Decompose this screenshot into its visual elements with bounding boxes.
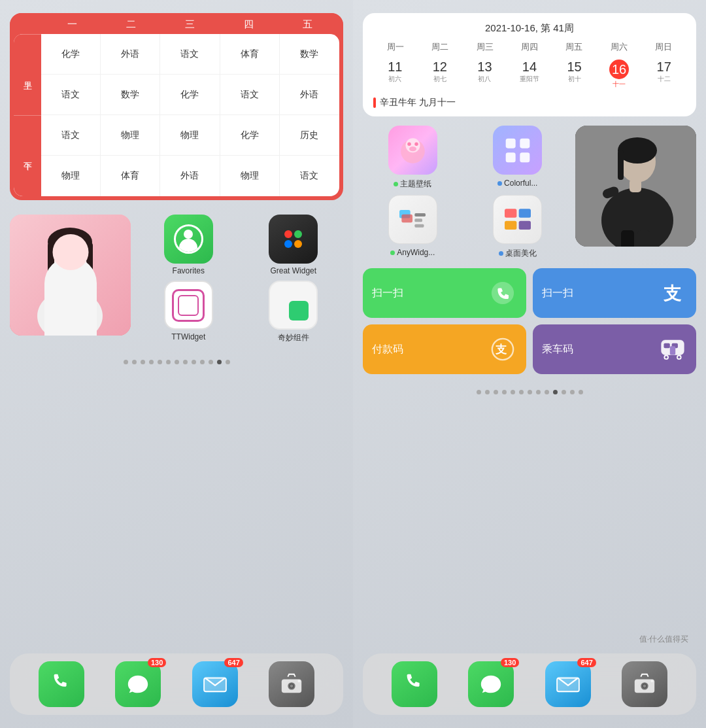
svg-rect-27 (415, 218, 423, 222)
r-dock-mail[interactable]: 647 (545, 661, 591, 707)
anywidg-label-row: AnyWidg... (390, 248, 435, 257)
cell-0-3: 体育 (220, 34, 280, 74)
camera-svg-icon (279, 672, 304, 697)
svg-rect-23 (520, 152, 530, 162)
schedule-body: 早上 下午 化学 外语 语文 体育 数学 语文 数学 化学 语 (14, 34, 339, 196)
messages-icon (115, 661, 161, 707)
r-dock-phone[interactable] (392, 661, 437, 707)
bus-code-label: 乘车码 (542, 343, 573, 356)
left-page-dots (10, 360, 343, 364)
r-camera-svg-icon (632, 672, 657, 697)
r-dot-3 (494, 390, 498, 394)
app-anywidget[interactable]: AnyWidg... (363, 195, 463, 259)
apps-section: Favorites Great Widget (10, 215, 343, 343)
app-colorful[interactable]: Colorful... (468, 126, 568, 190)
svg-rect-20 (505, 138, 515, 148)
lunar-date: 辛丑牛年 九月十一 (373, 97, 686, 109)
svg-rect-37 (618, 150, 624, 180)
dot-6 (166, 360, 171, 364)
weekday-5: 周六 (596, 41, 641, 53)
action-pay-code[interactable]: 付款码 支 (363, 324, 526, 374)
anywidg-dot (390, 251, 395, 255)
svg-text:支: 支 (663, 284, 682, 303)
dot-13 (226, 360, 230, 364)
cell-3-2: 外语 (160, 156, 220, 196)
photo-widget-left[interactable] (10, 215, 131, 336)
colorful-label-row: Colorful... (497, 179, 537, 188)
r-phone-svg-icon (402, 672, 427, 697)
schedule-row-3: 物理 体育 外语 物理 语文 (41, 156, 339, 196)
photo-widget-right[interactable] (575, 126, 696, 247)
schedule-widget[interactable]: 一 二 三 四 五 早上 下午 化学 外语 语文 体育 数学 (10, 13, 343, 200)
r-phone-icon (392, 661, 437, 707)
svg-rect-32 (518, 220, 530, 229)
app-qimiao[interactable]: 奇妙组件 (244, 281, 344, 343)
app-ttwidget[interactable]: TTWidget (139, 281, 239, 343)
pay-code-icon: 支 (488, 335, 517, 364)
cal-date-14: 14 重阳节 (508, 57, 552, 92)
action-bus-code[interactable]: 乘车码 (533, 324, 696, 374)
svg-rect-26 (415, 213, 426, 217)
cell-0-1: 外语 (101, 34, 160, 74)
right-apps-section: 主题壁纸 Colorful... (363, 126, 696, 259)
svg-point-2 (48, 228, 92, 256)
anywidg-svg-icon (396, 203, 429, 236)
calendar-widget[interactable]: 2021-10-16, 第 41周 周一 周二 周三 周四 周五 周六 周日 1… (363, 13, 696, 116)
dock-messages[interactable]: 130 (115, 661, 161, 707)
schedule-time-column: 早上 下午 (14, 34, 41, 196)
r-messages-svg-icon (479, 672, 503, 697)
cal-num-16: 16 (609, 60, 629, 79)
svg-point-43 (492, 282, 514, 304)
svg-rect-39 (630, 179, 641, 192)
wechat-scan-label: 扫一扫 (372, 286, 403, 300)
r-camera-icon (622, 661, 667, 707)
svg-rect-25 (402, 214, 413, 222)
cell-3-0: 物理 (41, 156, 101, 196)
svg-point-14 (298, 680, 301, 682)
left-apps-grid: Favorites Great Widget (139, 215, 343, 343)
app-favorites[interactable]: Favorites (139, 215, 239, 275)
calendar-dates: 11 初六 12 初七 13 初八 14 重阳节 15 初十 (373, 57, 686, 92)
dot-10 (200, 360, 205, 364)
app-theme[interactable]: 主题壁纸 (363, 126, 463, 190)
cal-date-12: 12 初七 (418, 57, 462, 92)
dock-phone[interactable] (39, 661, 84, 707)
cell-2-2: 物理 (160, 115, 220, 155)
cell-1-0: 语文 (41, 75, 101, 114)
schedule-row-2: 语文 物理 物理 化学 历史 (41, 115, 339, 156)
app-great-widget[interactable]: Great Widget (244, 215, 344, 275)
weekday-4: 周五 (552, 41, 596, 53)
dot-7 (175, 360, 179, 364)
mail-badge: 647 (224, 658, 243, 667)
app-desk[interactable]: 桌面美化 (468, 195, 568, 259)
ttwidget-frame-icon (172, 289, 205, 322)
dock-mail[interactable]: 647 (192, 661, 238, 707)
r-dock-camera[interactable] (622, 661, 667, 707)
cell-1-3: 语文 (220, 75, 280, 114)
ttwidget-icon (164, 281, 213, 330)
gw-dot-blue (284, 240, 292, 248)
gw-dot-green (294, 230, 302, 238)
left-phone-screen: 一 二 三 四 五 早上 下午 化学 外语 语文 体育 数学 (0, 0, 353, 728)
svg-point-7 (75, 258, 88, 269)
r-dock-messages[interactable]: 130 (468, 661, 514, 707)
day-mon: 一 (42, 18, 101, 31)
colorful-icon (493, 126, 542, 175)
calendar-weekdays: 周一 周二 周三 周四 周五 周六 周日 (373, 41, 686, 53)
dot-9 (192, 360, 196, 364)
lunar-text: 辛丑牛年 九月十一 (380, 97, 456, 109)
camera-icon (269, 661, 314, 707)
svg-rect-30 (518, 209, 530, 217)
svg-point-53 (665, 356, 667, 358)
svg-rect-28 (415, 224, 424, 227)
schedule-grid: 化学 外语 语文 体育 数学 语文 数学 化学 语文 外语 语文 (41, 34, 339, 196)
theme-label-row: 主题壁纸 (394, 179, 431, 190)
cell-2-1: 物理 (101, 115, 160, 155)
calendar-title: 2021-10-16, 第 41周 (373, 22, 686, 35)
dot-5 (158, 360, 162, 364)
action-wechat-scan[interactable]: 扫一扫 (363, 268, 526, 318)
desk-icon (493, 195, 542, 244)
schedule-row-1: 语文 数学 化学 语文 外语 (41, 75, 339, 115)
dock-camera[interactable] (269, 661, 314, 707)
action-alipay-scan[interactable]: 扫一扫 支 (533, 268, 696, 318)
